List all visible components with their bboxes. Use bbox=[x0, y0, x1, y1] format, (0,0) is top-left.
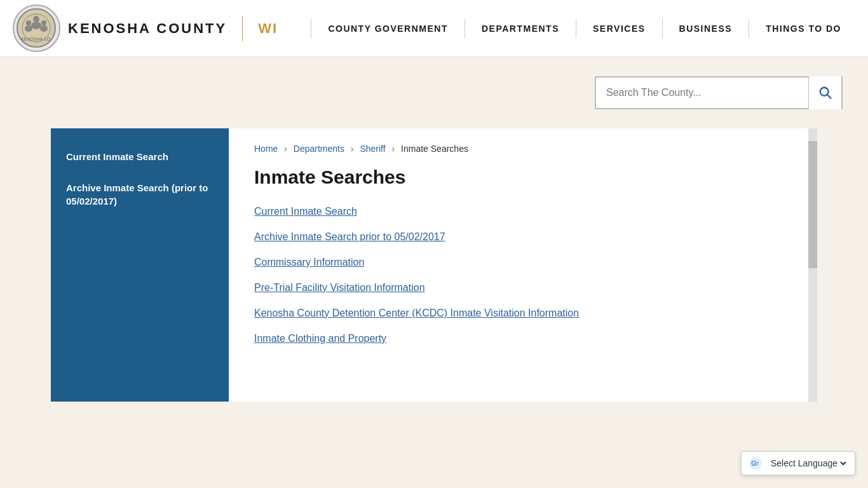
sidebar-item-current-inmate-search[interactable]: Current Inmate Search bbox=[51, 141, 229, 172]
list-item: Inmate Clothing and Property bbox=[254, 333, 783, 344]
nav-sep-1 bbox=[311, 19, 311, 38]
search-area bbox=[0, 57, 868, 128]
nav-things-to-do[interactable]: THINGS TO DO bbox=[752, 0, 855, 57]
county-name-text: KENOSHA COUNTY bbox=[68, 20, 227, 37]
nav-business[interactable]: BUSINESS bbox=[665, 0, 747, 57]
sidebar: Current Inmate Search Archive Inmate Sea… bbox=[51, 128, 229, 402]
search-button[interactable] bbox=[808, 76, 841, 109]
list-item: Current Inmate Search bbox=[254, 206, 783, 217]
site-header: KENOSHA CO. KENOSHA COUNTY WI COUNTY GOV… bbox=[0, 0, 868, 57]
nav-county-government[interactable]: COUNTY GOVERNMENT bbox=[314, 0, 462, 57]
nav-departments[interactable]: DEPARTMENTS bbox=[468, 0, 573, 57]
scrollbar[interactable] bbox=[808, 128, 817, 402]
breadcrumb-home[interactable]: Home bbox=[254, 144, 278, 154]
translate-icon: G T bbox=[748, 456, 763, 471]
svg-line-10 bbox=[827, 95, 831, 98]
svg-point-2 bbox=[33, 16, 39, 22]
breadcrumb-sheriff[interactable]: Sheriff bbox=[360, 144, 385, 154]
archive-inmate-search-link[interactable]: Archive Inmate Search prior to 05/02/201… bbox=[254, 231, 445, 242]
breadcrumb-sep-1: › bbox=[284, 144, 287, 154]
breadcrumb: Home › Departments › Sheriff › Inmate Se… bbox=[254, 144, 783, 154]
list-item: Pre-Trial Facility Visitation Informatio… bbox=[254, 282, 783, 294]
search-input[interactable] bbox=[596, 87, 808, 98]
sidebar-item-archive-inmate-search[interactable]: Archive Inmate Search (prior to 05/02/20… bbox=[51, 172, 229, 217]
nav-services[interactable]: SERVICES bbox=[579, 0, 660, 57]
svg-text:KENOSHA CO.: KENOSHA CO. bbox=[21, 37, 51, 41]
translate-widget: G T Select Language English Spanish Fren… bbox=[741, 451, 855, 475]
breadcrumb-sep-3: › bbox=[392, 144, 395, 154]
svg-point-7 bbox=[40, 25, 48, 32]
search-icon bbox=[818, 86, 832, 100]
language-select[interactable]: Select Language English Spanish French G… bbox=[768, 458, 848, 469]
clothing-property-link[interactable]: Inmate Clothing and Property bbox=[254, 333, 386, 344]
kcdc-link[interactable]: Kenosha County Detention Center (KCDC) I… bbox=[254, 308, 579, 318]
list-item: Commissary Information bbox=[254, 257, 783, 268]
svg-point-5 bbox=[25, 25, 32, 32]
commissary-info-link[interactable]: Commissary Information bbox=[254, 257, 364, 268]
current-inmate-search-link[interactable]: Current Inmate Search bbox=[254, 206, 357, 217]
inmate-searches-links: Current Inmate Search Archive Inmate Sea… bbox=[254, 206, 783, 344]
logo-area: KENOSHA CO. KENOSHA COUNTY WI bbox=[13, 4, 278, 52]
county-logo: KENOSHA CO. bbox=[13, 4, 60, 52]
nav-sep-3 bbox=[576, 19, 576, 38]
svg-point-4 bbox=[26, 20, 31, 25]
nav-sep-5 bbox=[749, 19, 749, 38]
svg-point-3 bbox=[31, 22, 41, 29]
content-wrapper: Current Inmate Search Archive Inmate Sea… bbox=[0, 128, 868, 427]
scrollbar-thumb bbox=[808, 141, 817, 268]
nav-sep-4 bbox=[662, 19, 663, 38]
search-box bbox=[595, 76, 843, 109]
list-item: Kenosha County Detention Center (KCDC) I… bbox=[254, 308, 783, 319]
list-item: Archive Inmate Search prior to 05/02/201… bbox=[254, 231, 783, 243]
breadcrumb-departments[interactable]: Departments bbox=[294, 144, 344, 154]
breadcrumb-sep-2: › bbox=[351, 144, 354, 154]
breadcrumb-current: Inmate Searches bbox=[401, 144, 468, 154]
svg-point-9 bbox=[820, 88, 828, 96]
svg-text:T: T bbox=[756, 461, 759, 467]
main-nav: COUNTY GOVERNMENT DEPARTMENTS SERVICES B… bbox=[290, 0, 855, 57]
pre-trial-link[interactable]: Pre-Trial Facility Visitation Informatio… bbox=[254, 282, 425, 293]
main-content: Home › Departments › Sheriff › Inmate Se… bbox=[229, 128, 808, 402]
nav-sep-2 bbox=[465, 19, 465, 38]
state-text: WI bbox=[258, 20, 278, 37]
logo-separator bbox=[242, 16, 243, 41]
svg-point-6 bbox=[41, 20, 46, 25]
page-title: Inmate Searches bbox=[254, 166, 783, 188]
